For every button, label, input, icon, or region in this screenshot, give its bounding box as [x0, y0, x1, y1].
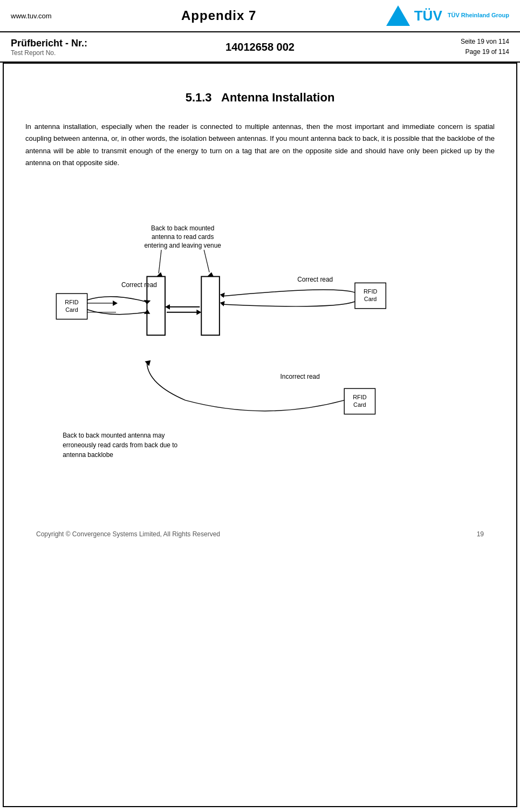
sub-header: Prüfbericht - Nr.: Test Report No. 14012… [0, 32, 520, 63]
main-content: 5.1.3 Antenna Installation In antenna in… [3, 63, 517, 807]
svg-rect-5 [201, 276, 220, 335]
page-de: Seite 19 von 114 [343, 37, 509, 47]
report-number: 14012658 002 [177, 41, 343, 53]
page-en: Page 19 of 114 [343, 47, 509, 57]
svg-marker-7 [165, 304, 170, 310]
tuv-logo: TÜV [386, 5, 442, 26]
svg-line-2 [204, 250, 209, 272]
svg-text:Card: Card [65, 306, 78, 313]
top-annotation-line3: entering and leaving venue [144, 242, 221, 249]
logo-area: TÜV TÜV Rheinland Group [386, 5, 509, 26]
tuv-triangle-icon [386, 5, 410, 26]
svg-text:erroneously read cards from ba: erroneously read cards from back due to [63, 441, 177, 449]
website-url: www.tuv.com [11, 12, 52, 20]
tuv-rheinland-text: TÜV Rheinland Group [448, 12, 509, 19]
svg-text:Correct read: Correct read [121, 281, 157, 289]
svg-text:RFID: RFID [364, 288, 377, 295]
section-heading: Antenna Installation [221, 91, 334, 104]
appendix-title: Appendix 7 [181, 8, 256, 23]
svg-marker-29 [145, 360, 150, 366]
section-number: 5.1.3 [186, 91, 212, 104]
page-footer: Copyright © Convergence Systems Limited,… [25, 525, 495, 543]
section-title: 5.1.3 Antenna Installation [25, 91, 495, 105]
report-label-area: Prüfbericht - Nr.: Test Report No. [11, 38, 177, 57]
svg-text:Card: Card [353, 401, 366, 407]
page-header: www.tuv.com Appendix 7 TÜV TÜV Rheinland… [0, 0, 520, 32]
svg-text:RFID: RFID [353, 394, 366, 400]
report-sub-label: Test Report No. [11, 49, 177, 57]
tuv-text: TÜV [414, 8, 442, 24]
svg-marker-3 [207, 272, 214, 276]
diagram-area: Back to back mounted antenna to read car… [25, 190, 495, 503]
copyright-text: Copyright © Convergence Systems Limited,… [36, 530, 220, 538]
body-paragraph: In antenna installation, especially when… [25, 121, 495, 168]
svg-text:Correct read: Correct read [297, 276, 333, 283]
svg-text:Card: Card [364, 296, 377, 302]
top-annotation-line2: antenna to read cards [152, 233, 214, 241]
svg-marker-15 [113, 301, 118, 306]
diagram-svg: Back to back mounted antenna to read car… [25, 190, 495, 503]
top-annotation-line1: Back to back mounted [151, 224, 214, 232]
svg-text:Incorrect read: Incorrect read [280, 373, 320, 380]
svg-text:Back to back mounted antenna m: Back to back mounted antenna may [63, 432, 165, 439]
svg-text:RFID: RFID [65, 299, 78, 305]
page-info: Seite 19 von 114 Page 19 of 114 [343, 37, 509, 57]
page-number: 19 [477, 530, 484, 538]
svg-marker-9 [196, 310, 201, 315]
svg-line-0 [159, 250, 161, 274]
pruef-title: Prüfbericht - Nr.: [11, 38, 177, 49]
svg-marker-24 [220, 301, 225, 306]
svg-text:antenna backlobe: antenna backlobe [63, 451, 113, 458]
svg-marker-23 [220, 292, 225, 298]
